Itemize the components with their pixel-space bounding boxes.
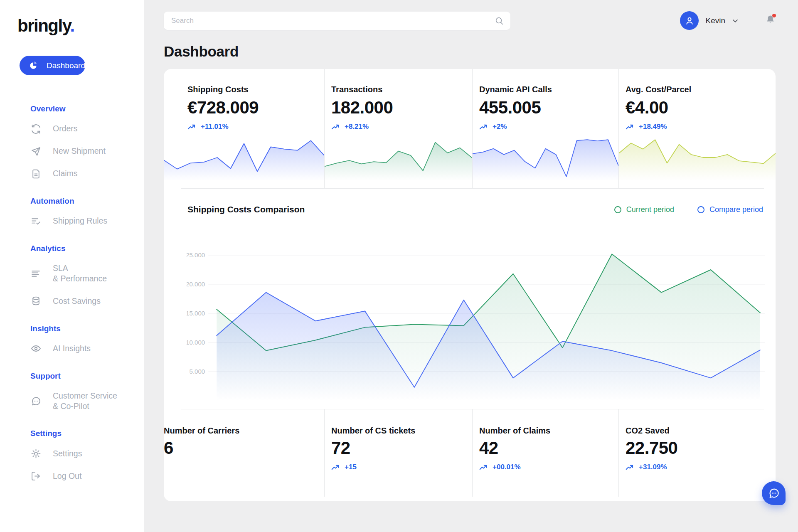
stat-delta: +00.01% <box>479 463 618 471</box>
stat-delta-value: +00.01% <box>493 463 521 471</box>
sidebar-item-ai-insights[interactable]: AI Insights <box>30 343 144 354</box>
stat-title: Number of Carriers <box>164 426 324 436</box>
stat-card-number-of-claims: Number of Claims 42 +00.01% <box>472 409 618 497</box>
kpi-delta: +11.01% <box>187 123 324 131</box>
search-input[interactable] <box>171 17 495 25</box>
kpi-title: Transactions <box>331 85 472 94</box>
document-icon <box>30 168 41 179</box>
pie-chart-icon <box>29 61 38 70</box>
legend-label: Compare period <box>709 205 763 214</box>
sidebar-item-label: AI Insights <box>53 343 91 354</box>
legend-item-current-period[interactable]: Current period <box>614 205 674 214</box>
lines-icon <box>30 268 41 279</box>
stats-row: Number of Carriers 6 Number of CS ticket… <box>164 409 776 497</box>
kpi-value: 455.005 <box>479 98 618 118</box>
main-content: Kevin Dashboard Shipping Costs €728.009 <box>144 0 798 532</box>
chevron-down-icon[interactable] <box>731 17 739 25</box>
search-bar <box>164 12 510 30</box>
kpi-card-transactions: Transactions 182.000 +8.21% <box>324 69 472 188</box>
sidebar-section-overview: Overview Orders New Shipment <box>30 104 144 179</box>
stat-value: 72 <box>331 438 472 458</box>
kpi-delta: +18.49% <box>626 123 776 131</box>
stat-title: CO2 Saved <box>626 426 776 436</box>
page-title: Dashboard <box>164 43 776 60</box>
sidebar-item-label: SLA& Performance <box>53 263 107 284</box>
sidebar-item-label: Log Out <box>53 471 81 481</box>
kpi-delta-value: +2% <box>493 123 507 131</box>
kpi-value: €728.009 <box>187 98 324 118</box>
stat-card-number-of-carriers: Number of Carriers 6 <box>164 409 324 497</box>
stat-delta-value: +15 <box>345 463 357 471</box>
stat-delta: +15 <box>331 463 472 471</box>
brand-logo: bringly. <box>0 16 144 36</box>
eye-icon <box>30 343 41 354</box>
sidebar-item-settings[interactable]: Settings <box>30 448 144 459</box>
sidebar-section-insights: Insights AI Insights <box>30 324 144 354</box>
sync-icon <box>30 123 41 134</box>
database-icon <box>30 296 41 307</box>
sidebar-item-log-out[interactable]: Log Out <box>30 470 144 481</box>
trend-up-icon <box>331 124 340 130</box>
stat-value: 22.750 <box>626 438 776 458</box>
sidebar-section-analytics: Analytics SLA& Performance Cost Savings <box>30 244 144 307</box>
user-cluster: Kevin <box>680 11 776 30</box>
legend-ring-icon <box>614 206 621 213</box>
stat-value: 42 <box>479 438 618 458</box>
sidebar-item-shipping-rules[interactable]: Shipping Rules <box>30 216 144 227</box>
kpi-card-shipping-costs: Shipping Costs €728.009 +11.01% <box>164 69 324 188</box>
sidebar-nav: Overview Orders New Shipment <box>0 75 144 481</box>
sidebar-item-new-shipment[interactable]: New Shipment <box>30 146 144 157</box>
brand-name: bringly <box>17 16 70 35</box>
kpi-delta: +2% <box>479 123 618 131</box>
comparison-chart: 25.00020.00015.00010.0005.000 <box>187 226 765 409</box>
logout-icon <box>30 470 41 481</box>
sidebar-item-customer-service[interactable]: Customer Service& Co-Pilot <box>30 391 144 412</box>
chat-fab-button[interactable] <box>762 481 786 505</box>
sidebar-section-automation: Automation Shipping Rules <box>30 197 144 227</box>
svg-text:5.000: 5.000 <box>190 368 205 375</box>
svg-text:25.000: 25.000 <box>187 251 205 259</box>
sidebar-item-cost-savings[interactable]: Cost Savings <box>30 296 144 307</box>
brand-dot: . <box>70 16 74 35</box>
user-name: Kevin <box>705 16 725 25</box>
trend-up-icon <box>626 124 634 130</box>
avatar[interactable] <box>680 11 699 30</box>
topbar: Kevin <box>164 11 776 30</box>
sidebar-item-orders[interactable]: Orders <box>30 123 144 134</box>
legend-ring-icon <box>697 206 704 213</box>
chart-title: Shipping Costs Comparison <box>187 204 305 214</box>
kpi-value: €4.00 <box>626 98 776 118</box>
sparkline-chart <box>325 132 472 182</box>
dashboard-panel: Shipping Costs €728.009 +11.01% Transact… <box>164 69 776 501</box>
sidebar-item-sla-performance[interactable]: SLA& Performance <box>30 263 144 284</box>
kpi-title: Shipping Costs <box>187 85 324 94</box>
sidebar-item-label: Dashboard <box>47 61 85 70</box>
svg-text:20.000: 20.000 <box>187 281 205 288</box>
sparkline-chart <box>473 132 618 182</box>
stat-title: Number of CS tickets <box>331 426 472 436</box>
notification-bell-icon[interactable] <box>765 15 776 27</box>
legend-label: Current period <box>626 205 674 214</box>
section-title: Insights <box>30 324 144 333</box>
kpi-title: Dynamic API Calls <box>479 85 618 94</box>
sidebar-item-label: Customer Service& Co-Pilot <box>53 391 117 412</box>
chart-legend: Current period Compare period <box>614 205 763 214</box>
app-window: bringly. Dashboard Overview Orders <box>0 0 798 532</box>
gear-icon <box>30 448 41 459</box>
trend-up-icon <box>187 124 196 130</box>
chat-bubble-icon <box>768 487 780 500</box>
legend-item-compare-period[interactable]: Compare period <box>697 205 763 214</box>
kpi-row: Shipping Costs €728.009 +11.01% Transact… <box>164 69 776 188</box>
sidebar-section-support: Support Customer Service& Co-Pilot <box>30 372 144 412</box>
sidebar-item-claims[interactable]: Claims <box>30 168 144 179</box>
sidebar-item-label: Claims <box>53 168 78 179</box>
list-check-icon <box>30 216 41 227</box>
stat-delta: +31.09% <box>626 463 776 471</box>
kpi-card-dynamic-api-calls: Dynamic API Calls 455.005 +2% <box>472 69 618 188</box>
sidebar-item-label: Settings <box>53 448 82 459</box>
section-title: Support <box>30 372 144 381</box>
kpi-delta-value: +18.49% <box>639 123 667 131</box>
search-icon[interactable] <box>495 16 504 25</box>
sidebar-item-dashboard[interactable]: Dashboard <box>20 56 85 75</box>
chat-icon <box>30 396 41 406</box>
